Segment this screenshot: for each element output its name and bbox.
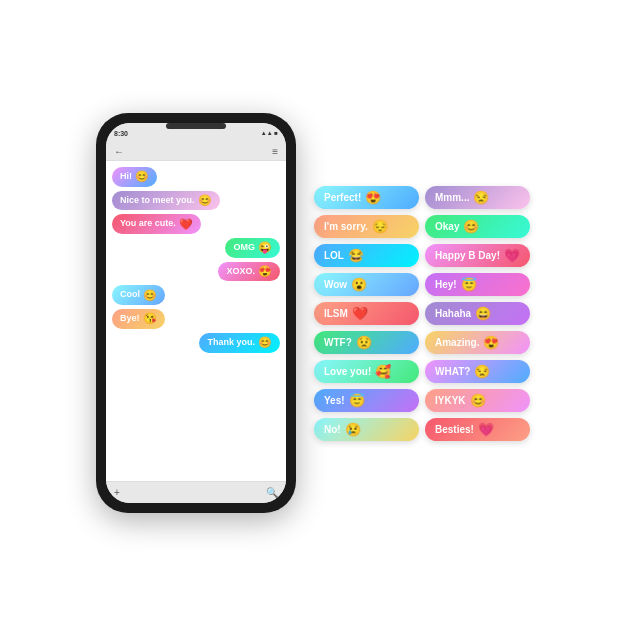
sticker-emoji: 😍: [483, 336, 499, 349]
phone-bottom-bar: + 🔍: [106, 481, 286, 503]
sticker-item[interactable]: Besties!💗: [425, 418, 530, 441]
sticker-text: Perfect!: [324, 192, 361, 203]
sticker-item[interactable]: Okay😊: [425, 215, 530, 238]
sticker-emoji: 😇: [461, 278, 477, 291]
sticker-item[interactable]: LOL😂: [314, 244, 419, 267]
bubble-emoji: 😊: [135, 171, 149, 182]
sticker-item[interactable]: WHAT?😒: [425, 360, 530, 383]
main-container: 8:30 ▲▲ ■ ← ≡ Hi!😊Nice to meet you.😊You …: [0, 0, 626, 626]
chat-bubble: Nice to meet you.😊: [112, 191, 220, 211]
sticker-item[interactable]: Hey!😇: [425, 273, 530, 296]
status-icons: ▲▲ ■: [261, 130, 278, 136]
sticker-text: WTF?: [324, 337, 352, 348]
sticker-emoji: 😒: [474, 365, 490, 378]
search-icon: 🔍: [266, 487, 278, 498]
sticker-text: WHAT?: [435, 366, 470, 377]
sticker-item[interactable]: ILSM❤️: [314, 302, 419, 325]
bubble-emoji: 😍: [258, 266, 272, 277]
sticker-item[interactable]: Perfect!😍: [314, 186, 419, 209]
bubble-text: XOXO.: [226, 266, 255, 278]
bubble-emoji: 😊: [143, 290, 157, 301]
bubble-text: Nice to meet you.: [120, 195, 195, 207]
bubble-text: OMG: [233, 242, 255, 254]
sticker-item[interactable]: IYKYK😊: [425, 389, 530, 412]
sticker-emoji: 😍: [365, 191, 381, 204]
sticker-emoji: 😟: [356, 336, 372, 349]
sticker-emoji: 💗: [504, 249, 520, 262]
chat-bubble: Thank you.😊: [199, 333, 280, 353]
bubble-text: You are cute.: [120, 218, 176, 230]
sticker-emoji: 😮: [351, 278, 367, 291]
chat-bubble: Hi!😊: [112, 167, 157, 187]
sticker-text: Amazing.: [435, 337, 479, 348]
bubble-emoji: 😜: [258, 242, 272, 253]
chat-bubble: Bye!😘: [112, 309, 165, 329]
bubble-text: Cool: [120, 289, 140, 301]
sticker-emoji: 😊: [470, 394, 486, 407]
sticker-emoji: 😢: [345, 423, 361, 436]
sticker-text: Hey!: [435, 279, 457, 290]
menu-button[interactable]: ≡: [272, 146, 278, 157]
sticker-item[interactable]: Happy B Day!💗: [425, 244, 530, 267]
sticker-text: LOL: [324, 250, 344, 261]
sticker-item[interactable]: Wow😮: [314, 273, 419, 296]
sticker-text: Wow: [324, 279, 347, 290]
sticker-item[interactable]: I'm sorry.😔: [314, 215, 419, 238]
chat-bubble: Cool😊: [112, 285, 165, 305]
sticker-emoji: 😔: [372, 220, 388, 233]
sticker-text: Love you!: [324, 366, 371, 377]
chat-bubble: XOXO.😍: [218, 262, 280, 282]
sticker-emoji: 🥰: [375, 365, 391, 378]
sticker-text: No!: [324, 424, 341, 435]
bubble-emoji: 😊: [258, 337, 272, 348]
sticker-text: Mmm...: [435, 192, 469, 203]
bubble-text: Thank you.: [207, 337, 255, 349]
bubble-emoji: 😘: [143, 313, 157, 324]
sticker-emoji: 😊: [463, 220, 479, 233]
chat-area: Hi!😊Nice to meet you.😊You are cute.❤️OMG…: [106, 161, 286, 481]
sticker-text: Yes!: [324, 395, 345, 406]
phone-wrapper: 8:30 ▲▲ ■ ← ≡ Hi!😊Nice to meet you.😊You …: [96, 113, 296, 513]
sticker-text: Happy B Day!: [435, 250, 500, 261]
sticker-emoji: 😄: [475, 307, 491, 320]
phone-screen: 8:30 ▲▲ ■ ← ≡ Hi!😊Nice to meet you.😊You …: [106, 123, 286, 503]
sticker-item[interactable]: No!😢: [314, 418, 419, 441]
bubble-text: Bye!: [120, 313, 140, 325]
bubble-emoji: 😊: [198, 195, 212, 206]
bubble-text: Hi!: [120, 171, 132, 183]
chat-bubble: OMG😜: [225, 238, 280, 258]
status-time: 8:30: [114, 130, 128, 137]
phone: 8:30 ▲▲ ■ ← ≡ Hi!😊Nice to meet you.😊You …: [96, 113, 296, 513]
sticker-emoji: 😂: [348, 249, 364, 262]
chat-bubble: You are cute.❤️: [112, 214, 201, 234]
sticker-text: Besties!: [435, 424, 474, 435]
sticker-item[interactable]: Love you!🥰: [314, 360, 419, 383]
sticker-text: IYKYK: [435, 395, 466, 406]
phone-nav: ← ≡: [106, 143, 286, 161]
add-icon[interactable]: +: [114, 487, 120, 498]
sticker-emoji: 😒: [473, 191, 489, 204]
sticker-panel: Perfect!😍Mmm...😒I'm sorry.😔Okay😊LOL😂Happ…: [314, 186, 530, 441]
sticker-emoji: 😇: [349, 394, 365, 407]
sticker-text: I'm sorry.: [324, 221, 368, 232]
sticker-emoji: 💗: [478, 423, 494, 436]
sticker-item[interactable]: WTF?😟: [314, 331, 419, 354]
back-button[interactable]: ←: [114, 146, 124, 157]
sticker-item[interactable]: Yes!😇: [314, 389, 419, 412]
sticker-emoji: ❤️: [352, 307, 368, 320]
sticker-text: ILSM: [324, 308, 348, 319]
phone-notch: [166, 123, 226, 129]
bubble-emoji: ❤️: [179, 219, 193, 230]
sticker-item[interactable]: Hahaha😄: [425, 302, 530, 325]
sticker-text: Okay: [435, 221, 459, 232]
sticker-item[interactable]: Amazing.😍: [425, 331, 530, 354]
sticker-item[interactable]: Mmm...😒: [425, 186, 530, 209]
sticker-text: Hahaha: [435, 308, 471, 319]
